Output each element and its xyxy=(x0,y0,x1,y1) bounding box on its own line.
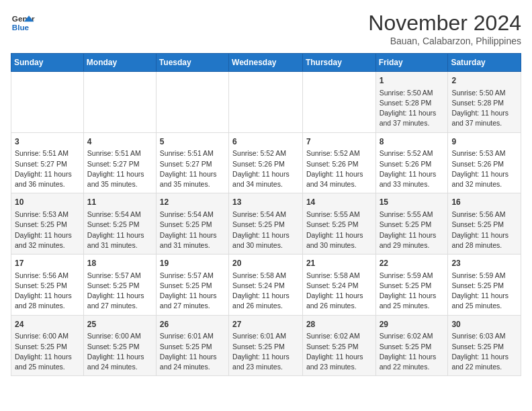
day-info: Sunrise: 5:52 AM Sunset: 5:26 PM Dayligh… xyxy=(380,148,445,189)
day-info: Sunrise: 5:59 AM Sunset: 5:25 PM Dayligh… xyxy=(451,271,517,312)
calendar-cell: 8Sunrise: 5:52 AM Sunset: 5:26 PM Daylig… xyxy=(375,132,448,193)
calendar-cell: 9Sunrise: 5:53 AM Sunset: 5:26 PM Daylig… xyxy=(448,132,521,193)
calendar-week-5: 24Sunrise: 6:00 AM Sunset: 5:25 PM Dayli… xyxy=(11,315,521,376)
day-number: 20 xyxy=(232,258,299,269)
day-number: 26 xyxy=(160,319,225,330)
day-info: Sunrise: 5:52 AM Sunset: 5:26 PM Dayligh… xyxy=(232,148,299,189)
day-number: 24 xyxy=(15,319,80,330)
logo: General Blue xyxy=(11,11,35,35)
day-info: Sunrise: 5:55 AM Sunset: 5:25 PM Dayligh… xyxy=(380,210,445,250)
calendar-cell: 2Sunrise: 5:50 AM Sunset: 5:28 PM Daylig… xyxy=(448,72,521,133)
calendar-cell: 29Sunrise: 6:02 AM Sunset: 5:25 PM Dayli… xyxy=(375,315,448,376)
day-info: Sunrise: 5:52 AM Sunset: 5:26 PM Dayligh… xyxy=(306,148,372,189)
calendar-cell: 3Sunrise: 5:51 AM Sunset: 5:27 PM Daylig… xyxy=(11,132,84,193)
day-number: 11 xyxy=(87,197,152,208)
calendar-cell xyxy=(83,72,156,133)
calendar-week-4: 17Sunrise: 5:56 AM Sunset: 5:25 PM Dayli… xyxy=(11,255,521,316)
day-number: 28 xyxy=(306,319,372,330)
day-info: Sunrise: 5:58 AM Sunset: 5:24 PM Dayligh… xyxy=(232,271,299,312)
calendar-cell: 11Sunrise: 5:54 AM Sunset: 5:25 PM Dayli… xyxy=(83,193,156,255)
day-info: Sunrise: 5:57 AM Sunset: 5:25 PM Dayligh… xyxy=(160,271,225,312)
day-info: Sunrise: 5:59 AM Sunset: 5:25 PM Dayligh… xyxy=(380,271,445,312)
day-number: 18 xyxy=(87,258,152,269)
calendar-cell: 19Sunrise: 5:57 AM Sunset: 5:25 PM Dayli… xyxy=(156,255,228,316)
day-info: Sunrise: 5:56 AM Sunset: 5:25 PM Dayligh… xyxy=(15,271,80,312)
day-info: Sunrise: 5:53 AM Sunset: 5:25 PM Dayligh… xyxy=(15,210,80,250)
day-number: 12 xyxy=(160,197,225,208)
day-info: Sunrise: 5:51 AM Sunset: 5:27 PM Dayligh… xyxy=(15,148,80,189)
day-number: 9 xyxy=(451,136,517,148)
calendar-cell: 30Sunrise: 6:03 AM Sunset: 5:25 PM Dayli… xyxy=(448,315,521,376)
day-number: 14 xyxy=(306,197,372,208)
calendar-cell: 26Sunrise: 6:01 AM Sunset: 5:25 PM Dayli… xyxy=(156,315,228,376)
calendar-cell xyxy=(229,72,303,133)
calendar-cell: 18Sunrise: 5:57 AM Sunset: 5:25 PM Dayli… xyxy=(83,255,156,316)
calendar-cell: 15Sunrise: 5:55 AM Sunset: 5:25 PM Dayli… xyxy=(375,193,448,255)
weekday-header-saturday: Saturday xyxy=(448,54,521,72)
calendar-cell xyxy=(11,72,84,133)
day-info: Sunrise: 5:54 AM Sunset: 5:25 PM Dayligh… xyxy=(232,210,299,250)
day-number: 29 xyxy=(380,319,445,330)
day-number: 21 xyxy=(306,258,372,269)
calendar-week-1: 1Sunrise: 5:50 AM Sunset: 5:28 PM Daylig… xyxy=(11,72,521,133)
calendar-cell: 13Sunrise: 5:54 AM Sunset: 5:25 PM Dayli… xyxy=(229,193,303,255)
day-number: 10 xyxy=(15,197,80,208)
weekday-header-wednesday: Wednesday xyxy=(229,54,303,72)
day-number: 7 xyxy=(306,136,372,148)
day-number: 23 xyxy=(451,258,517,269)
calendar-cell xyxy=(302,72,375,133)
calendar-cell: 17Sunrise: 5:56 AM Sunset: 5:25 PM Dayli… xyxy=(11,255,84,316)
calendar-cell: 21Sunrise: 5:58 AM Sunset: 5:24 PM Dayli… xyxy=(302,255,375,316)
calendar-cell: 28Sunrise: 6:02 AM Sunset: 5:25 PM Dayli… xyxy=(302,315,375,376)
svg-text:General: General xyxy=(12,14,35,23)
calendar-cell: 27Sunrise: 6:01 AM Sunset: 5:25 PM Dayli… xyxy=(229,315,303,376)
day-number: 4 xyxy=(87,136,152,148)
weekday-header-thursday: Thursday xyxy=(302,54,375,72)
day-number: 17 xyxy=(15,258,80,269)
day-info: Sunrise: 5:58 AM Sunset: 5:24 PM Dayligh… xyxy=(306,271,372,312)
day-info: Sunrise: 6:00 AM Sunset: 5:25 PM Dayligh… xyxy=(15,331,80,372)
calendar-header: SundayMondayTuesdayWednesdayThursdayFrid… xyxy=(11,54,521,72)
day-info: Sunrise: 6:01 AM Sunset: 5:25 PM Dayligh… xyxy=(232,331,299,372)
calendar-cell: 5Sunrise: 5:51 AM Sunset: 5:27 PM Daylig… xyxy=(156,132,228,193)
location: Bauan, Calabarzon, Philippines xyxy=(368,36,521,46)
day-info: Sunrise: 5:51 AM Sunset: 5:27 PM Dayligh… xyxy=(87,148,152,189)
day-number: 8 xyxy=(380,136,445,148)
weekday-header-tuesday: Tuesday xyxy=(156,54,228,72)
day-number: 13 xyxy=(232,197,299,208)
title-block: November 2024 Bauan, Calabarzon, Philipp… xyxy=(368,11,521,46)
day-number: 25 xyxy=(87,319,152,330)
day-info: Sunrise: 5:54 AM Sunset: 5:25 PM Dayligh… xyxy=(87,210,152,250)
day-info: Sunrise: 5:51 AM Sunset: 5:27 PM Dayligh… xyxy=(160,148,225,189)
page: General Blue November 2024 Bauan, Calaba… xyxy=(0,0,532,383)
weekday-header-sunday: Sunday xyxy=(11,54,84,72)
day-info: Sunrise: 5:54 AM Sunset: 5:25 PM Dayligh… xyxy=(160,210,225,250)
calendar-week-2: 3Sunrise: 5:51 AM Sunset: 5:27 PM Daylig… xyxy=(11,132,521,193)
weekday-header-monday: Monday xyxy=(83,54,156,72)
calendar-cell: 14Sunrise: 5:55 AM Sunset: 5:25 PM Dayli… xyxy=(302,193,375,255)
calendar-cell: 10Sunrise: 5:53 AM Sunset: 5:25 PM Dayli… xyxy=(11,193,84,255)
day-number: 3 xyxy=(15,136,80,148)
calendar-cell: 4Sunrise: 5:51 AM Sunset: 5:27 PM Daylig… xyxy=(83,132,156,193)
calendar-week-3: 10Sunrise: 5:53 AM Sunset: 5:25 PM Dayli… xyxy=(11,193,521,255)
day-info: Sunrise: 6:02 AM Sunset: 5:25 PM Dayligh… xyxy=(306,331,372,372)
day-info: Sunrise: 5:50 AM Sunset: 5:28 PM Dayligh… xyxy=(380,88,445,129)
weekday-header-friday: Friday xyxy=(375,54,448,72)
month-title: November 2024 xyxy=(368,11,521,36)
calendar-cell: 24Sunrise: 6:00 AM Sunset: 5:25 PM Dayli… xyxy=(11,315,84,376)
header: General Blue November 2024 Bauan, Calaba… xyxy=(11,11,521,46)
day-number: 22 xyxy=(380,258,445,269)
day-number: 15 xyxy=(380,197,445,208)
day-info: Sunrise: 5:55 AM Sunset: 5:25 PM Dayligh… xyxy=(306,210,372,250)
weekday-header-row: SundayMondayTuesdayWednesdayThursdayFrid… xyxy=(11,54,521,72)
day-number: 1 xyxy=(380,75,445,87)
day-info: Sunrise: 6:01 AM Sunset: 5:25 PM Dayligh… xyxy=(160,331,225,372)
calendar-cell: 23Sunrise: 5:59 AM Sunset: 5:25 PM Dayli… xyxy=(448,255,521,316)
calendar-cell: 1Sunrise: 5:50 AM Sunset: 5:28 PM Daylig… xyxy=(375,72,448,133)
day-number: 2 xyxy=(451,75,517,87)
svg-text:Blue: Blue xyxy=(12,23,30,32)
day-number: 27 xyxy=(232,319,299,330)
day-number: 30 xyxy=(451,319,517,330)
calendar-cell: 6Sunrise: 5:52 AM Sunset: 5:26 PM Daylig… xyxy=(229,132,303,193)
day-info: Sunrise: 5:50 AM Sunset: 5:28 PM Dayligh… xyxy=(451,88,517,129)
